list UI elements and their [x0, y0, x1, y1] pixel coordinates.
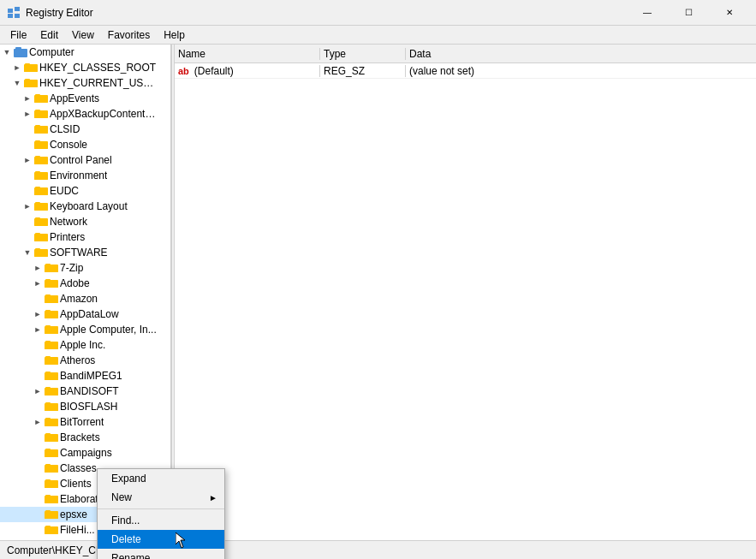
expand-appdatalow[interactable]: ► [33, 309, 43, 319]
svg-rect-19 [34, 127, 48, 134]
folder-appdatalow [45, 308, 58, 320]
tree-item-environment[interactable]: Environment [0, 168, 158, 183]
tree-item-bandisoft[interactable]: ► BANDISOFT [0, 384, 158, 399]
menu-edit[interactable]: Edit [33, 27, 65, 43]
maximize-button[interactable]: ☐ [669, 0, 708, 26]
ctx-rename[interactable]: Rename [98, 549, 224, 559]
tree-item-eudc[interactable]: EUDC [0, 183, 158, 199]
tree-item-brackets[interactable]: Brackets [0, 430, 158, 445]
folder-keyboardlayout [34, 200, 48, 212]
svg-rect-31 [34, 188, 48, 195]
svg-rect-49 [45, 281, 58, 288]
tree-item-campaigns[interactable]: Campaigns [0, 445, 158, 461]
svg-rect-35 [35, 202, 40, 205]
ctx-new[interactable]: New ► [98, 488, 224, 507]
tree-item-hkcu[interactable]: ▼ HKEY_CURRENT_USER [0, 75, 158, 91]
svg-rect-37 [34, 219, 48, 226]
expand-hkcr[interactable]: ► [12, 62, 22, 73]
close-button[interactable]: ✕ [710, 0, 749, 26]
svg-rect-71 [45, 387, 51, 390]
expand-appxbackup[interactable]: ► [22, 109, 33, 119]
tree-item-appevents[interactable]: ► AppEvents [0, 91, 158, 106]
expand-computer[interactable]: ▼ [2, 47, 12, 57]
tree-pane[interactable]: ▼ Computer ► HKEY_CLASSES_ROOT ▼ [0, 45, 171, 540]
svg-rect-11 [25, 79, 30, 81]
ctx-delete[interactable]: Delete [98, 530, 224, 549]
expand-adobe[interactable]: ► [33, 278, 43, 288]
tree-item-console[interactable]: Console [0, 137, 158, 152]
folder-environment [34, 169, 48, 181]
svg-rect-85 [45, 466, 58, 473]
tree-item-bandimpeg1[interactable]: BandiMPEG1 [0, 368, 158, 384]
tree-item-7zip[interactable]: ► 7-Zip [0, 260, 158, 276]
svg-rect-3 [15, 14, 20, 18]
menu-favorites[interactable]: Favorites [101, 27, 157, 43]
menu-view[interactable]: View [65, 27, 101, 43]
svg-rect-16 [34, 111, 48, 118]
tree-item-appxbackup[interactable]: ► AppXBackupContentTy... [0, 106, 158, 122]
expand-7zip[interactable]: ► [33, 263, 43, 273]
svg-rect-0 [8, 9, 13, 13]
tree-label-bandimpeg1: BandiMPEG1 [60, 370, 122, 382]
folder-filehi [45, 524, 58, 536]
svg-rect-38 [35, 217, 40, 220]
menu-help[interactable]: Help [157, 27, 192, 43]
expand-controlpanel[interactable]: ► [22, 155, 33, 165]
tree-item-software[interactable]: ▼ SOFTWARE [0, 245, 158, 260]
tree-label-hkcu: HKEY_CURRENT_USER [39, 77, 158, 89]
expand-hkcu[interactable]: ▼ [12, 78, 22, 88]
col-header-name: Name [175, 48, 320, 60]
folder-biosflash [45, 401, 58, 413]
expand-software[interactable]: ▼ [22, 247, 33, 258]
row-name-default: ab (Default) [175, 65, 320, 77]
computer-icon [14, 46, 27, 58]
table-row-default[interactable]: ab (Default) REG_SZ (value not set) [175, 63, 756, 79]
tree-item-adobe[interactable]: ► Adobe [0, 276, 158, 291]
tree-item-computer[interactable]: ▼ Computer [0, 45, 158, 60]
tree-label-network: Network [50, 216, 87, 228]
title-bar: Registry Editor — ☐ ✕ [0, 0, 756, 26]
expand-bandisoft[interactable]: ► [33, 386, 43, 396]
folder-hkcu [24, 77, 38, 89]
tree-item-clsid[interactable]: CLSID [0, 122, 158, 137]
tree-label-eudc: EUDC [50, 185, 79, 197]
svg-rect-26 [35, 156, 40, 158]
expand-appevents[interactable]: ► [22, 93, 33, 104]
tree-item-keyboardlayout[interactable]: ► Keyboard Layout [0, 199, 158, 214]
tree-item-biosflash[interactable]: BIOSFLASH [0, 399, 158, 414]
tree-item-appdatalow[interactable]: ► AppDataLow [0, 306, 158, 322]
folder-freem [45, 539, 58, 540]
tree-item-applecomputer[interactable]: ► Apple Computer, In... [0, 322, 158, 337]
svg-rect-73 [45, 404, 58, 411]
minimize-button[interactable]: — [628, 0, 667, 26]
folder-elaboratebytes [45, 493, 58, 505]
content-pane: Name Type Data ab (Default) REG_SZ (valu… [175, 45, 756, 540]
tree-item-controlpanel[interactable]: ► Control Panel [0, 152, 158, 168]
svg-rect-29 [35, 171, 40, 174]
tree-label-applecomputer: Apple Computer, In... [60, 324, 157, 336]
expand-bittorrent[interactable]: ► [33, 417, 43, 427]
svg-rect-2 [8, 14, 13, 18]
tree-item-atheros[interactable]: Atheros [0, 353, 158, 368]
tree-label-adobe: Adobe [60, 277, 90, 289]
tree-label-appxbackup: AppXBackupContentTy... [50, 108, 158, 120]
tree-item-network[interactable]: Network [0, 214, 158, 229]
folder-appevents [34, 92, 48, 104]
svg-rect-76 [45, 419, 58, 426]
folder-atheros [45, 354, 58, 366]
tree-item-printers[interactable]: Printers [0, 229, 158, 245]
row-name-label: (Default) [194, 65, 234, 77]
menu-file[interactable]: File [3, 27, 33, 43]
ctx-find[interactable]: Find... [98, 511, 224, 530]
tree-item-appleinc[interactable]: Apple Inc. [0, 337, 158, 353]
tree-item-bittorrent[interactable]: ► BitTorrent [0, 414, 158, 430]
folder-classes [45, 462, 58, 474]
tree-item-amazon[interactable]: Amazon [0, 291, 158, 306]
tree-label-clsid: CLSID [50, 123, 80, 135]
tree-label-hkcr: HKEY_CLASSES_ROOT [39, 62, 156, 74]
folder-applecomputer [45, 324, 58, 336]
ctx-expand[interactable]: Expand [98, 469, 224, 488]
expand-keyboardlayout[interactable]: ► [22, 201, 33, 211]
expand-applecomputer[interactable]: ► [33, 324, 43, 335]
tree-item-hkcr[interactable]: ► HKEY_CLASSES_ROOT [0, 60, 158, 75]
